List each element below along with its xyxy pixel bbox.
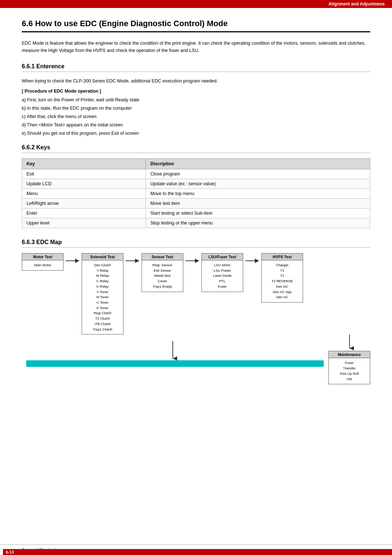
table-row: Upper levelStop testing or the upper men… [22, 218, 370, 228]
edc-diagram: Motor Test Main Motor Solenoid Test Dev … [22, 253, 370, 384]
procedure-item: d) Then <Motor Test> appears on the init… [22, 121, 370, 129]
sensor-test-header: Sensor Test [142, 254, 183, 260]
hvps-test-body: ChargerT1T2T2 REVERSEDev DCDev AC VppDev… [262, 260, 303, 302]
cyan-bar-area [22, 341, 326, 367]
procedure-item: b) In this state, Run the EDC program on… [22, 105, 370, 112]
table-row: MenuMove to the top menu [22, 189, 370, 199]
motor-test-node: Motor Test Main Motor [22, 253, 64, 271]
table-row: ExitClose program [22, 169, 370, 179]
left-down-arrow [22, 341, 324, 367]
section-663-header: 6.6.3 EDC Map [22, 239, 370, 248]
lsu-fuser-test-node: LSU/Fuser Test LSU MotorLSU PowerLaser D… [201, 253, 243, 292]
key-cell: Left/Right arrow [22, 199, 146, 208]
bottom-section: Maintenance FuserTransferPick Up RollITB [22, 335, 370, 384]
maintenance-body: FuserTransferPick Up RollITB [329, 358, 370, 384]
section-661-header: 6.6.1 Enterence [22, 63, 370, 72]
solenoid-test-header: Solenoid Test [82, 254, 123, 260]
down-and-bar [22, 341, 326, 367]
top-header-bar: Alignment and Adjustmens [0, 0, 392, 8]
section-662-header: 6.6.2 Keys [22, 144, 370, 153]
arrow-3 [185, 253, 199, 264]
table-row: Update LCDUpdate value (ex : sensor valu… [22, 179, 370, 189]
page-number: 6-13 [3, 549, 392, 555]
desc-cell: Move test item [146, 199, 370, 208]
desc-cell: Close program [146, 169, 370, 179]
col-key: Key [22, 159, 146, 169]
procedure-item: e) Should you get out of this program, p… [22, 130, 370, 137]
arrow-1 [66, 253, 79, 264]
desc-cell: Stop testing or the upper menu [146, 218, 370, 228]
keys-table: Key Discription ExitClose programUpdate … [22, 158, 370, 228]
maintenance-header: Maintenance [329, 351, 370, 358]
key-cell: Exit [22, 169, 146, 179]
section-661-content: When trying to check the CLP-300 Series … [22, 77, 370, 137]
edc-map-section: 6.6.3 EDC Map Motor Test Main Motor [22, 239, 370, 384]
procedure-label: [ Procedure of EDC Mode operation ] [22, 88, 370, 95]
desc-cell: Update value (ex : sensor value) [146, 179, 370, 189]
desc-cell: Move to the top menu [146, 189, 370, 199]
key-cell: Menu [22, 189, 146, 199]
key-cell: Upper level [22, 218, 146, 228]
arrow-4 [245, 253, 259, 264]
arrow-down-icon [168, 341, 177, 361]
sensor-test-node: Sensor Test Regi. SensorExit SensorWaste… [142, 253, 183, 292]
solenoid-test-body: Dev ClutchY RelayM RelayC RelayK RelayY … [82, 260, 123, 334]
procedure-item: c) After that, click the menu of screen [22, 113, 370, 120]
hvps-test-header: HVPS Test [262, 254, 303, 260]
lsu-fuser-test-body: LSU MotorLSU PowerLaser DiodePTLFuser [202, 260, 243, 292]
header-label: Alignment and Adjustmens [328, 1, 385, 7]
hvps-test-node: HVPS Test ChargerT1T2T2 REVERSEDev DCDev… [261, 253, 303, 303]
arrow-right-icon [66, 258, 79, 264]
return-cyan-bar [26, 360, 324, 367]
intro-paragraph: EDC Mode is feature that allows the engi… [22, 40, 370, 54]
table-row: Left/Right arrowMove test item [22, 199, 370, 208]
key-cell: Enter [22, 208, 146, 218]
motor-test-body: Main Motor [22, 260, 63, 270]
return-arrow-section [22, 335, 326, 367]
enterence-description: When trying to check the CLP-300 Series … [22, 77, 370, 85]
arrow-right-icon [245, 258, 259, 264]
edc-flow-row: Motor Test Main Motor Solenoid Test Dev … [22, 253, 370, 335]
arrow-down-icon [345, 335, 354, 351]
arrow-2 [126, 253, 139, 264]
arrow-right-icon [185, 258, 199, 264]
sensor-test-body: Regi. SensorExit SensorWaste BoxCoverTra… [142, 260, 183, 292]
solenoid-test-node: Solenoid Test Dev ClutchY RelayM RelayC … [82, 253, 123, 335]
lsu-fuser-test-header: LSU/Fuser Test [202, 254, 243, 260]
procedure-item: a) First, turn on the Power of Printer, … [22, 96, 370, 104]
procedure-list: a) First, turn on the Power of Printer, … [22, 96, 370, 137]
bottom-bar: Samsung Electronics Service Manual 6-13 [0, 544, 392, 555]
hvps-to-maintenance: Maintenance FuserTransferPick Up RollITB [328, 335, 370, 384]
table-row: EnterStart testing or select Sub-item [22, 208, 370, 218]
key-cell: Update LCD [22, 179, 146, 189]
desc-cell: Start testing or select Sub-item [146, 208, 370, 218]
maintenance-node: Maintenance FuserTransferPick Up RollITB [328, 351, 370, 384]
arrow-down-hvps [345, 335, 354, 351]
arrow-right-icon [126, 258, 139, 264]
motor-test-header: Motor Test [22, 254, 63, 260]
chapter-title: 6.6 How to use EDC (Engine Diagnostic Co… [22, 19, 370, 32]
col-desc: Discription [146, 159, 370, 169]
